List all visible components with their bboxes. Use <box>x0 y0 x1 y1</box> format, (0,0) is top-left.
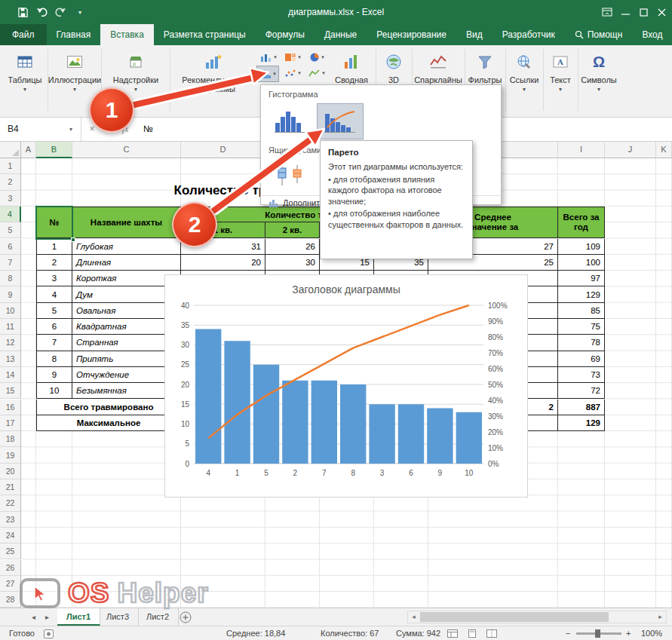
ribbon-tab[interactable]: Рецензирование <box>367 24 456 45</box>
sign-in-button[interactable]: Вход <box>632 24 672 45</box>
sheet-nav-right[interactable]: ▸ <box>45 608 49 626</box>
row-header[interactable]: 27 <box>0 576 21 592</box>
symbols-button[interactable]: Ω Символы ▾ <box>580 48 618 115</box>
close-button[interactable] <box>652 0 670 24</box>
page-layout-view-button[interactable] <box>466 629 478 638</box>
row-header[interactable]: 3 <box>0 191 21 207</box>
box-whisker-chart-option[interactable] <box>267 156 314 192</box>
tab-tellme[interactable]: Помощн <box>565 24 633 45</box>
column-header[interactable]: I <box>558 142 605 158</box>
sheet-nav-left[interactable]: ◂ <box>32 608 35 626</box>
table-cell[interactable]: 1 <box>36 239 72 255</box>
zoom-out-button[interactable]: − <box>566 626 570 640</box>
insert-pie-chart-button[interactable]: ▾ <box>306 50 327 65</box>
zoom-slider-thumb[interactable] <box>595 629 600 638</box>
table-cell[interactable]: 75 <box>558 319 605 335</box>
row-header[interactable]: 7 <box>0 255 21 271</box>
table-cell[interactable]: 2 <box>36 255 72 271</box>
links-button[interactable]: Ссылки ▾ <box>508 48 541 115</box>
row-header[interactable]: 4 <box>0 207 21 222</box>
ribbon-tab[interactable]: Вставка <box>100 24 154 45</box>
header-cell[interactable]: 2 кв. <box>265 222 320 238</box>
sheet-tab-list3[interactable]: Лист3 <box>97 608 139 626</box>
table-cell[interactable]: 78 <box>558 335 605 351</box>
table-cell[interactable]: 85 <box>558 303 605 319</box>
ribbon-tab[interactable]: Данные <box>315 24 367 45</box>
normal-view-button[interactable] <box>446 629 459 638</box>
select-all-corner[interactable] <box>0 142 21 158</box>
table-cell[interactable]: 100 <box>558 255 605 271</box>
row-header[interactable]: 14 <box>0 367 21 383</box>
insert-statistic-chart-button[interactable]: ▾ <box>256 66 279 82</box>
row-header[interactable]: 17 <box>0 415 21 431</box>
tab-file[interactable]: Файл <box>0 24 47 45</box>
table-cell[interactable]: 30 <box>265 255 320 271</box>
column-header[interactable]: A <box>21 142 36 158</box>
column-header[interactable]: B <box>36 142 72 158</box>
minimize-button[interactable] <box>616 0 634 24</box>
formula-input[interactable]: № <box>143 118 153 141</box>
row-header[interactable]: 18 <box>0 431 21 447</box>
row-header[interactable]: 2 <box>0 174 21 190</box>
table-cell[interactable]: 887 <box>558 400 605 415</box>
table-cell[interactable]: 4 <box>36 286 72 302</box>
table-cell[interactable]: 20 <box>181 255 265 271</box>
zoom-level[interactable]: 100% <box>641 626 662 640</box>
row-header[interactable]: 1 <box>0 158 21 174</box>
fill-handle[interactable] <box>71 237 75 242</box>
table-cell[interactable]: 3 <box>36 271 72 286</box>
row-header[interactable]: 22 <box>0 495 21 511</box>
row-header[interactable]: 19 <box>0 447 21 463</box>
ribbon-tab[interactable]: Главная <box>47 24 101 45</box>
row-header[interactable]: 21 <box>0 479 21 495</box>
pareto-chart-option[interactable] <box>317 103 364 139</box>
row-header[interactable]: 23 <box>0 512 21 528</box>
header-cell[interactable]: Название шахты <box>72 207 181 239</box>
table-cell[interactable]: 109 <box>558 239 605 255</box>
row-header[interactable]: 5 <box>0 222 21 238</box>
table-cell[interactable]: 73 <box>558 367 605 383</box>
table-cell[interactable]: 6 <box>36 319 72 335</box>
sheet-tab-list1[interactable]: Лист1 <box>57 608 100 626</box>
histogram-chart-option[interactable] <box>267 103 314 139</box>
table-cell[interactable]: 129 <box>558 286 605 302</box>
row-header[interactable]: 20 <box>0 464 21 479</box>
horizontal-scrollbar[interactable]: ◂ ▸ <box>407 611 667 623</box>
macro-record-icon[interactable] <box>44 629 54 640</box>
table-cell[interactable]: 7 <box>36 335 72 351</box>
table-cell[interactable]: 72 <box>558 383 605 399</box>
column-header[interactable]: C <box>72 142 181 158</box>
footer-label[interactable]: Всего травмировано <box>36 400 181 415</box>
table-cell[interactable]: 10 <box>36 383 72 399</box>
row-header[interactable]: 25 <box>0 544 21 559</box>
row-header[interactable]: 13 <box>0 351 21 367</box>
recommended-charts-button[interactable]: Рекомендуемые диаграммы <box>173 48 253 115</box>
table-cell[interactable]: 8 <box>36 351 72 367</box>
row-header[interactable]: 6 <box>0 239 21 255</box>
row-header[interactable]: 9 <box>0 286 21 302</box>
ribbon-display-options-button[interactable] <box>598 0 616 24</box>
scroll-right-arrow[interactable]: ▸ <box>655 611 666 623</box>
row-header[interactable]: 15 <box>0 383 21 399</box>
row-header[interactable]: 11 <box>0 319 21 335</box>
table-cell[interactable]: 129 <box>558 415 605 431</box>
pareto-chart[interactable]: 05101520253035400%10%20%30%40%50%60%70%8… <box>164 274 528 498</box>
row-header[interactable]: 16 <box>0 400 21 415</box>
column-header[interactable]: J <box>605 142 656 158</box>
table-cell[interactable]: 9 <box>36 367 72 383</box>
footer-label[interactable]: Максимальное <box>36 415 181 431</box>
row-header[interactable]: 28 <box>0 592 21 608</box>
table-cell[interactable]: Глубокая <box>72 239 181 255</box>
row-header[interactable]: 24 <box>0 528 21 544</box>
zoom-in-button[interactable]: + <box>626 626 631 640</box>
page-break-view-button[interactable] <box>486 629 498 638</box>
tables-button[interactable]: Таблицы ▾ <box>5 48 45 115</box>
header-cell[interactable]: Всего за год <box>558 207 605 239</box>
maximize-button[interactable] <box>634 0 652 24</box>
table-cell[interactable]: 26 <box>265 239 320 255</box>
table-cell[interactable]: 69 <box>558 351 605 367</box>
insert-hierarchy-chart-button[interactable]: ▾ <box>282 50 303 65</box>
text-button[interactable]: A Текст ▾ <box>545 48 575 115</box>
insert-scatter-chart-button[interactable]: ▾ <box>282 66 303 81</box>
new-sheet-button[interactable] <box>180 611 192 623</box>
